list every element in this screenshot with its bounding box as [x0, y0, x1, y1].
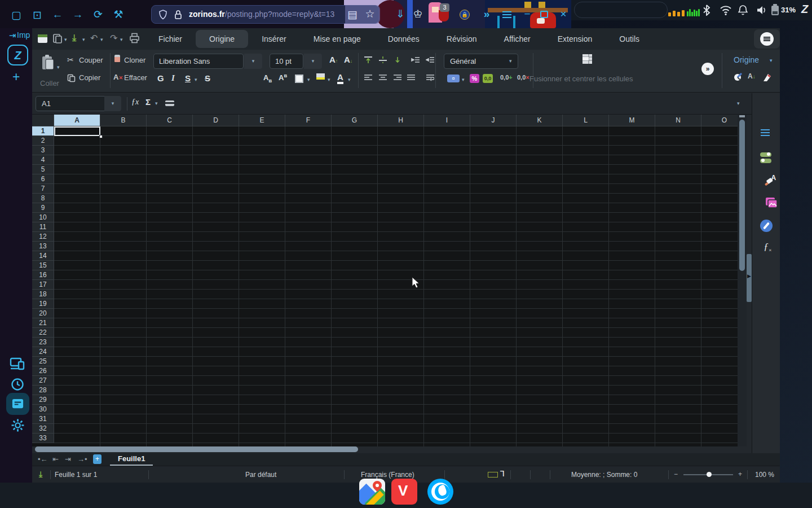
- thousands-icon[interactable]: 0,0: [483, 74, 493, 83]
- subscript-icon[interactable]: AB: [263, 73, 272, 84]
- font-color-caret[interactable]: ▾: [348, 77, 351, 82]
- row-header-10[interactable]: 10: [32, 213, 54, 222]
- selected-cell-A1[interactable]: [54, 126, 100, 136]
- row-header-8[interactable]: 8: [32, 194, 54, 203]
- column-header-C[interactable]: C: [147, 115, 193, 126]
- align-middle-icon[interactable]: [378, 56, 387, 63]
- restore-icon[interactable]: [540, 11, 548, 18]
- ribbon-overflow-button[interactable]: »: [701, 63, 714, 75]
- menu-tab-outils[interactable]: Outils: [606, 28, 653, 50]
- browser-menu-icon[interactable]: [502, 11, 511, 18]
- row-header-31[interactable]: 31: [32, 414, 54, 424]
- column-header-N[interactable]: N: [655, 115, 701, 126]
- global-menu-button[interactable]: [754, 29, 780, 49]
- number-format-caret[interactable]: ▾: [509, 58, 512, 64]
- next-sheet-icon[interactable]: ⇥: [65, 455, 71, 463]
- erase-icon[interactable]: A✕: [113, 73, 123, 81]
- decrease-font-icon[interactable]: A↓: [344, 55, 352, 64]
- row-header-5[interactable]: 5: [32, 165, 54, 174]
- format-painter-small-icon[interactable]: [733, 72, 743, 82]
- row-header-9[interactable]: 9: [32, 203, 54, 213]
- zorin-menu-icon[interactable]: Z: [801, 3, 808, 16]
- tracking-shield-icon[interactable]: [158, 10, 167, 20]
- pane-menu-icon[interactable]: [761, 129, 770, 136]
- italic-button[interactable]: I: [171, 73, 175, 83]
- row-header-2[interactable]: 2: [32, 136, 54, 146]
- zoom-level[interactable]: 100 %: [755, 471, 774, 479]
- language-status[interactable]: Français (France): [361, 471, 414, 479]
- librewolf-icon[interactable]: [427, 479, 453, 505]
- sheet-grid[interactable]: ABCDEFGHIJKLMNO 123456789101112131415161…: [32, 115, 738, 446]
- percent-icon[interactable]: %: [470, 74, 479, 83]
- new-file-icon[interactable]: [52, 33, 63, 44]
- row-header-6[interactable]: 6: [32, 174, 54, 184]
- tools-wrench-icon[interactable]: ⚒: [112, 9, 125, 20]
- column-header-E[interactable]: E: [239, 115, 285, 126]
- split-handle[interactable]: [739, 115, 745, 117]
- column-header-F[interactable]: F: [285, 115, 332, 126]
- insert-function-icon[interactable]: ƒx: [131, 98, 139, 107]
- google-maps-icon[interactable]: [359, 479, 385, 505]
- underline-button[interactable]: S: [185, 73, 191, 83]
- properties-toggles-icon[interactable]: [760, 152, 784, 163]
- formula-input[interactable]: [179, 95, 735, 112]
- add-sheet-button[interactable]: +: [93, 454, 102, 464]
- new-file-caret[interactable]: ▾: [64, 37, 67, 42]
- first-sheet-icon[interactable]: •←: [38, 455, 48, 463]
- ribbon-style-caret[interactable]: ▾: [770, 58, 773, 63]
- row-header-29[interactable]: 29: [32, 395, 54, 405]
- redo-icon[interactable]: ↷: [110, 33, 117, 43]
- wrap-text-icon[interactable]: [426, 75, 434, 81]
- cell-area[interactable]: [54, 126, 738, 446]
- lock-icon[interactable]: [174, 10, 182, 20]
- column-header-A[interactable]: A: [54, 115, 100, 126]
- clear-format-icon[interactable]: [762, 72, 773, 82]
- currency-icon[interactable]: ¤: [447, 75, 460, 82]
- zoom-out-button[interactable]: −: [674, 470, 678, 478]
- row-header-3[interactable]: 3: [32, 146, 54, 155]
- row-header-33[interactable]: 33: [32, 433, 54, 443]
- forward-icon[interactable]: →: [71, 9, 85, 20]
- autosum-caret[interactable]: ▾: [155, 100, 158, 106]
- erase-label[interactable]: Effacer: [124, 73, 147, 82]
- vivaldi-icon[interactable]: V: [391, 479, 417, 505]
- row-header-4[interactable]: 4: [32, 155, 54, 165]
- history-clock-icon[interactable]: [11, 378, 24, 391]
- align-top-icon[interactable]: [364, 56, 372, 63]
- font-name-select[interactable]: Liberation Sans: [153, 54, 244, 69]
- row-header-7[interactable]: 7: [32, 184, 54, 194]
- back-icon[interactable]: ←: [51, 9, 64, 20]
- download-icon[interactable]: ⇓: [394, 8, 407, 19]
- menu-tab-mise-en-page[interactable]: Mise en page: [300, 28, 374, 50]
- autosum-icon[interactable]: Σ: [145, 97, 151, 107]
- undo-icon[interactable]: ↶: [90, 33, 98, 43]
- menu-tab-origine[interactable]: Origine: [196, 30, 248, 48]
- bluetooth-icon[interactable]: [703, 5, 710, 16]
- font-size-select[interactable]: 10 pt: [270, 54, 303, 69]
- column-header-J[interactable]: J: [470, 115, 517, 126]
- menu-tab-fichier[interactable]: Fichier: [145, 28, 196, 50]
- number-format-select[interactable]: Général: [444, 54, 518, 69]
- pinned-tab-zorinos[interactable]: Z: [7, 45, 28, 65]
- row-header-27[interactable]: 27: [32, 376, 54, 386]
- column-header-M[interactable]: M: [609, 115, 655, 126]
- v-scrollbar-track[interactable]: [738, 115, 747, 446]
- column-header-G[interactable]: G: [332, 115, 378, 126]
- menu-tab-révision[interactable]: Révision: [433, 28, 491, 50]
- column-header-D[interactable]: D: [193, 115, 239, 126]
- row-header-32[interactable]: 32: [32, 424, 54, 433]
- fill-color-caret[interactable]: ▾: [328, 77, 330, 82]
- reload-icon[interactable]: ⟳: [91, 9, 105, 20]
- settings-gear-icon[interactable]: [11, 418, 25, 432]
- clone-label[interactable]: Cloner: [124, 56, 145, 64]
- macro-record-icon[interactable]: [488, 472, 498, 478]
- row-header-20[interactable]: 20: [32, 309, 54, 318]
- overflow-chevrons-icon[interactable]: »: [480, 8, 493, 19]
- column-header-H[interactable]: H: [378, 115, 424, 126]
- row-header-25[interactable]: 25: [32, 357, 54, 366]
- font-name-caret[interactable]: ▾: [244, 54, 262, 69]
- row-header-11[interactable]: 11: [32, 222, 54, 232]
- images-pane-icon[interactable]: [760, 197, 784, 209]
- currency-caret[interactable]: ▾: [462, 77, 465, 82]
- increase-decimals-icon[interactable]: 0,0+: [500, 74, 513, 81]
